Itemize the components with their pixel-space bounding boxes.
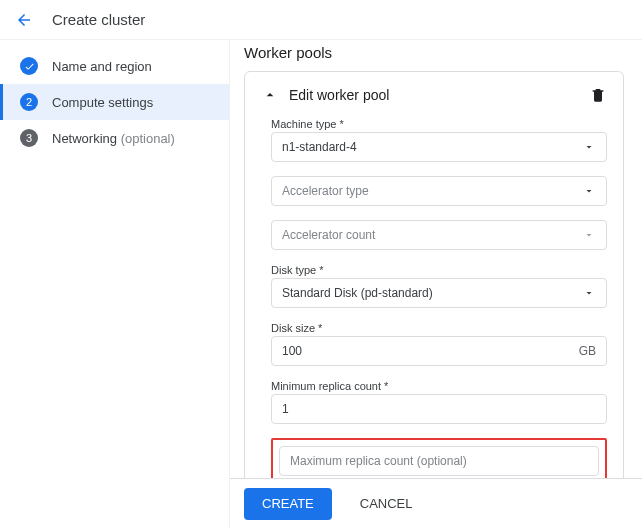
chevron-down-icon (582, 184, 596, 198)
max-replica-input[interactable]: Maximum replica count (optional) (279, 446, 599, 476)
panel-title: Edit worker pool (289, 87, 589, 103)
collapse-icon[interactable] (261, 86, 279, 104)
field-label: Machine type * (271, 118, 607, 130)
machine-type-select[interactable]: n1-standard-4 (271, 132, 607, 162)
back-icon[interactable] (14, 10, 34, 30)
field-label: Disk type * (271, 264, 607, 276)
step-label: Name and region (52, 59, 152, 74)
step-number-icon: 3 (20, 129, 38, 147)
accelerator-type-field: Accelerator type (271, 176, 607, 206)
chevron-down-icon (582, 140, 596, 154)
step-networking[interactable]: 3 Networking (optional) (0, 120, 229, 156)
min-replica-field: Minimum replica count * 1 (271, 380, 607, 424)
accelerator-count-select: Accelerator count (271, 220, 607, 250)
accelerator-type-select[interactable]: Accelerator type (271, 176, 607, 206)
machine-type-field: Machine type * n1-standard-4 (271, 118, 607, 162)
chevron-down-icon (582, 228, 596, 242)
step-label: Networking (optional) (52, 131, 175, 146)
step-label: Compute settings (52, 95, 153, 110)
disk-type-select[interactable]: Standard Disk (pd-standard) (271, 278, 607, 308)
disk-size-input[interactable]: 100 GB (271, 336, 607, 366)
min-replica-input[interactable]: 1 (271, 394, 607, 424)
sidebar: Name and region 2 Compute settings 3 Net… (0, 40, 230, 528)
section-heading: Worker pools (244, 44, 624, 61)
unit-suffix: GB (579, 344, 596, 358)
delete-icon[interactable] (589, 86, 607, 104)
disk-size-field: Disk size * 100 GB (271, 322, 607, 366)
step-compute-settings[interactable]: 2 Compute settings (0, 84, 229, 120)
disk-type-field: Disk type * Standard Disk (pd-standard) (271, 264, 607, 308)
cancel-button[interactable]: CANCEL (342, 488, 431, 520)
create-button[interactable]: CREATE (244, 488, 332, 520)
check-icon (20, 57, 38, 75)
bottom-bar: CREATE CANCEL (230, 478, 642, 528)
chevron-down-icon (582, 286, 596, 300)
step-name-region[interactable]: Name and region (0, 48, 229, 84)
field-label: Disk size * (271, 322, 607, 334)
field-label: Minimum replica count * (271, 380, 607, 392)
worker-pool-panel: Edit worker pool Machine type * n1-stand… (244, 71, 624, 528)
page-title: Create cluster (52, 11, 145, 28)
step-number-icon: 2 (20, 93, 38, 111)
accelerator-count-field: Accelerator count (271, 220, 607, 250)
